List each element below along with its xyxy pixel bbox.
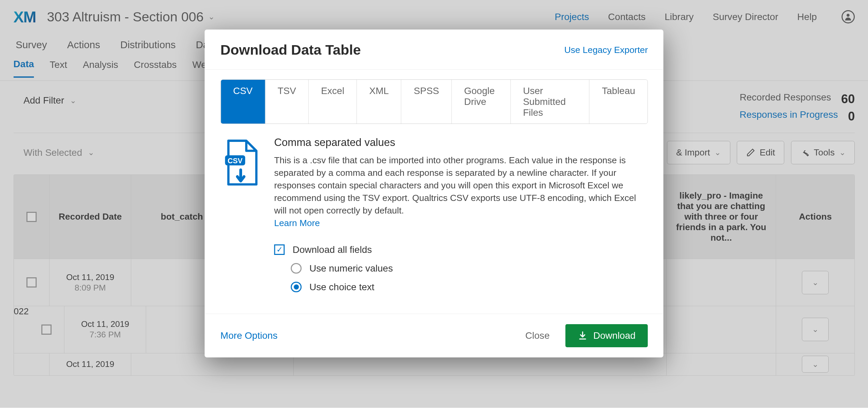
csv-heading: Comma separated values — [274, 136, 648, 149]
tab-google-drive[interactable]: Google Drive — [452, 80, 511, 124]
use-choice-text-radio[interactable] — [291, 282, 301, 292]
modal-body: CSV TSV Excel XML SPSS Google Drive User… — [205, 70, 664, 314]
csv-file-icon: CSV — [220, 136, 261, 300]
download-button-label: Download — [593, 330, 636, 341]
use-choice-text-label: Use choice text — [309, 282, 374, 293]
tab-excel[interactable]: Excel — [309, 80, 357, 124]
tab-spss[interactable]: SPSS — [401, 80, 452, 124]
use-numeric-values-radio[interactable] — [291, 263, 301, 274]
download-icon — [577, 331, 588, 341]
modal-title: Download Data Table — [220, 42, 564, 58]
export-format-tabs: CSV TSV Excel XML SPSS Google Drive User… — [220, 79, 648, 124]
svg-text:CSV: CSV — [228, 157, 243, 165]
download-all-fields-label: Download all fields — [293, 244, 372, 255]
use-numeric-values-label: Use numeric values — [309, 263, 393, 274]
csv-description: This is a .csv file that can be imported… — [274, 154, 648, 217]
close-button[interactable]: Close — [515, 325, 560, 347]
tab-csv[interactable]: CSV — [221, 80, 265, 124]
learn-more-link[interactable]: Learn More — [274, 218, 320, 228]
tab-user-submitted-files[interactable]: User Submitted Files — [511, 80, 590, 124]
download-data-modal: Download Data Table Use Legacy Exporter … — [205, 30, 664, 357]
more-options-link[interactable]: More Options — [220, 330, 277, 341]
modal-footer: More Options Close Download — [205, 314, 664, 357]
tab-xml[interactable]: XML — [357, 80, 401, 124]
use-legacy-exporter-link[interactable]: Use Legacy Exporter — [564, 45, 648, 55]
download-all-fields-checkbox[interactable]: ✓ — [274, 244, 284, 255]
modal-header: Download Data Table Use Legacy Exporter — [205, 30, 664, 69]
tab-tsv[interactable]: TSV — [265, 80, 309, 124]
download-button[interactable]: Download — [565, 324, 648, 347]
tab-tableau[interactable]: Tableau — [590, 80, 648, 124]
